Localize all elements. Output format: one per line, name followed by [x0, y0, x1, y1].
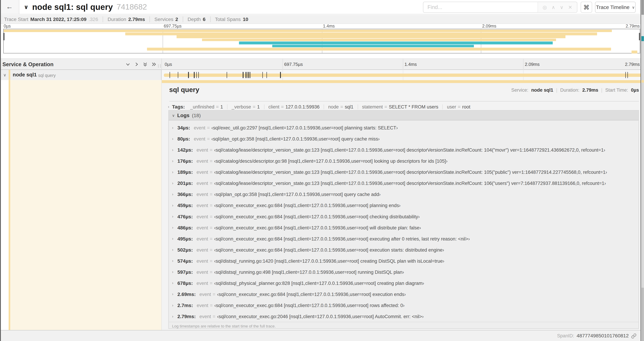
tag-value: 1: [220, 104, 223, 109]
tag-item[interactable]: client = 127.0.0.1:59936: [268, 104, 324, 109]
log-marker[interactable]: [170, 72, 170, 78]
log-marker[interactable]: [248, 72, 249, 78]
chevron-right-icon: ›: [172, 236, 178, 241]
span-timeline-cell[interactable]: [162, 70, 644, 80]
chevron-right-icon: ›: [172, 303, 178, 307]
chevron-down-icon[interactable]: ∨: [3, 70, 6, 80]
log-row[interactable]: › 176µs: event = ‹sql/catalog/descs/desc…: [169, 155, 639, 167]
back-button[interactable]: ←: [0, 0, 19, 14]
span-name-cell[interactable]: ∨ node sql1 sql query: [0, 70, 161, 80]
meta-value: 2.79ms: [582, 88, 598, 92]
log-marker[interactable]: [266, 72, 267, 78]
log-marker[interactable]: [246, 72, 246, 78]
log-row[interactable]: › 189µs: event = ‹sql/catalog/lease/desc…: [169, 167, 639, 178]
log-row[interactable]: › 201µs: event = ‹sql/catalog/lease/desc…: [169, 178, 639, 189]
log-row[interactable]: › 2.79ms: event = ‹sql/conn_executor_exe…: [169, 311, 639, 322]
tag-item[interactable]: node = sql1: [328, 104, 358, 109]
log-equals: =: [210, 192, 212, 197]
tag-equals: =: [281, 104, 284, 109]
tag-value: SELECT * FROM users: [389, 104, 438, 109]
log-row[interactable]: › 142µs: event = ‹sql/catalog/lease/desc…: [169, 144, 639, 155]
viewport-scrubber-right[interactable]: [639, 33, 640, 40]
command-icon: ⌘: [583, 4, 590, 11]
tag-item[interactable]: user = root: [447, 104, 474, 109]
log-field-value: ‹sql/plan_opt.go:358 [nsql1,client=127.0…: [214, 192, 380, 197]
window-edge: [0, 0, 1, 341]
log-marker[interactable]: [626, 72, 626, 78]
tag-item[interactable]: _verbose = 1: [232, 104, 264, 109]
chevron-down-icon: ∨: [172, 113, 175, 117]
service-color-bar: [9, 80, 10, 330]
column-divider[interactable]: [161, 58, 162, 80]
log-equals: =: [210, 158, 212, 163]
next-result-icon[interactable]: ∨: [560, 4, 564, 10]
log-marker[interactable]: [262, 72, 263, 78]
log-row[interactable]: › 495µs: event = ‹sql/conn_executor_exec…: [169, 233, 639, 244]
log-field-key: event: [196, 181, 208, 185]
log-equals: =: [210, 280, 212, 285]
log-row[interactable]: › 34µs: event = ‹sql/exec_util.go:2297 […: [169, 122, 639, 133]
minimap-span-bar: [239, 42, 552, 44]
log-marker[interactable]: [178, 72, 178, 78]
log-row[interactable]: › 2.7ms: event = ‹sql/conn_executor_exec…: [169, 299, 639, 311]
viewport-scrubber-left[interactable]: [3, 33, 4, 40]
clear-search-icon[interactable]: ✕: [568, 4, 572, 10]
log-marker[interactable]: [226, 72, 227, 78]
window-edge-sliver: [640, 0, 644, 341]
log-row[interactable]: › 476µs: event = ‹sql/conn_executor_exec…: [169, 211, 639, 222]
column-resizer-grip[interactable]: [158, 64, 160, 68]
span-duration-strip: [162, 80, 644, 83]
chevron-down-icon[interactable]: ∨: [24, 4, 28, 10]
chevron-right-icon: ›: [172, 247, 178, 252]
log-row[interactable]: › 80µs: event = ‹sql/plan_opt.go:358 [ns…: [169, 133, 639, 144]
chevron-right-icon: ›: [172, 314, 178, 318]
tag-item[interactable]: _unfinished = 1: [190, 104, 228, 109]
log-equals: =: [210, 214, 212, 219]
keyboard-shortcuts-button[interactable]: ⌘: [581, 2, 592, 13]
log-row[interactable]: › 486µs: event = ‹sql/conn_executor_exec…: [169, 222, 639, 233]
find-input[interactable]: [424, 2, 538, 12]
log-field-key: event: [196, 169, 208, 174]
tag-equals: =: [458, 104, 460, 109]
log-marker[interactable]: [628, 72, 628, 78]
tag-equals: =: [216, 104, 219, 109]
collapse-all-icon[interactable]: [142, 62, 148, 67]
prev-result-icon[interactable]: ∧: [552, 4, 555, 10]
minimap-span-bar: [125, 33, 597, 35]
log-marker[interactable]: [243, 72, 244, 78]
log-marker[interactable]: [196, 72, 197, 78]
log-marker[interactable]: [247, 72, 248, 78]
trace-minimap[interactable]: [3, 29, 640, 53]
log-marker[interactable]: [280, 72, 280, 78]
log-marker[interactable]: [198, 72, 199, 78]
expand-one-icon[interactable]: [134, 62, 139, 67]
tags-accordian[interactable]: › Tags: _unfinished = 1 _verbose = 1 cli…: [168, 103, 639, 110]
expand-all-icon[interactable]: [151, 62, 156, 67]
log-row[interactable]: › 574µs: event = ‹sql/distsql_running.go…: [169, 255, 639, 266]
minimap-tick: 0µs: [4, 23, 11, 28]
stat-value: March 31 2022, 17:25:09: [30, 16, 86, 22]
tag-key: _verbose: [232, 104, 251, 109]
locate-icon[interactable]: ◎: [542, 4, 547, 10]
log-row[interactable]: › 366µs: event = ‹sql/plan_opt.go:358 [n…: [169, 189, 639, 200]
log-row[interactable]: › 502µs: event = ‹sql/conn_executor_exec…: [169, 244, 639, 255]
log-row[interactable]: › 597µs: event = ‹sql/distsql_running.go…: [169, 266, 639, 277]
log-marker[interactable]: [250, 72, 250, 78]
timeline-tick: 2.79ms: [625, 59, 640, 70]
tag-item[interactable]: statement = SELECT * FROM users: [362, 104, 443, 109]
log-equals: =: [210, 269, 212, 274]
tags-label: Tags:: [172, 104, 185, 110]
logs-header[interactable]: ∨ Logs (18): [169, 111, 639, 120]
log-row[interactable]: › 678µs: event = ‹sql/distsql_physical_p…: [169, 277, 639, 288]
minimap-tick-labels: 0µs 697.75µs 1.4ms 2.09ms 2.79ms: [3, 23, 640, 29]
copy-link-icon[interactable]: [631, 333, 636, 338]
log-marker[interactable]: [188, 72, 189, 78]
log-marker[interactable]: [194, 72, 194, 78]
collapse-one-icon[interactable]: [125, 62, 130, 67]
page-title[interactable]: node sql1: sql query: [32, 2, 113, 12]
trace-view-selector[interactable]: Trace Timeline ∨: [595, 2, 636, 13]
log-row[interactable]: › 2.69ms: event = ‹sql/conn_executor_exe…: [169, 288, 639, 299]
log-row[interactable]: › 459µs: event = ‹sql/conn_executor_exec…: [169, 200, 639, 211]
span-row[interactable]: ∨ node sql1 sql query: [0, 70, 644, 80]
chevron-right-icon: ›: [172, 270, 178, 274]
